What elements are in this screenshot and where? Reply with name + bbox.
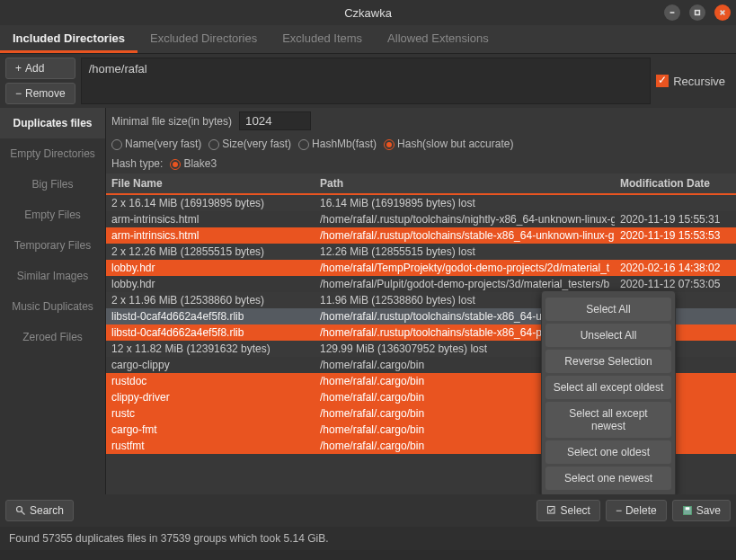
save-button[interactable]: Save xyxy=(672,500,731,521)
ctx-one-oldest[interactable]: Select one oldest xyxy=(545,440,671,464)
maximize-button[interactable] xyxy=(689,4,705,21)
ctx-except-newest[interactable]: Select all except newest xyxy=(545,402,671,438)
search-icon xyxy=(15,505,26,516)
ctx-unselect-all[interactable]: Unselect All xyxy=(545,324,671,347)
table-header: File Name Path Modification Date xyxy=(106,173,736,195)
save-label: Save xyxy=(696,504,721,517)
radio-name[interactable]: Name(very fast) xyxy=(111,138,201,150)
tab-excluded-directories[interactable]: Excluded Directories xyxy=(137,25,270,53)
min-size-row: Minimal file size(in bytes) xyxy=(106,108,736,134)
recursive-checkbox[interactable]: Recursive xyxy=(656,58,731,104)
tab-included-directories[interactable]: Included Directories xyxy=(0,25,137,53)
status-bar: Found 57355 duplicates files in 37539 gr… xyxy=(0,527,736,550)
hash-type-row: Hash type: Blake3 xyxy=(106,154,736,173)
content-area: Minimal file size(in bytes) Name(very fa… xyxy=(106,108,736,494)
sidebar-item-big-files[interactable]: Big Files xyxy=(0,169,105,200)
radio-hashmb[interactable]: HashMb(fast) xyxy=(298,138,377,150)
sidebar-item-similar-images[interactable]: Similar Images xyxy=(0,261,105,291)
svg-rect-8 xyxy=(685,507,689,510)
sidebar-item-temp-files[interactable]: Temporary Files xyxy=(0,230,105,261)
footer-toolbar: Search Select − Delete Save xyxy=(0,494,736,527)
directory-tabs: Included Directories Excluded Directorie… xyxy=(0,25,736,54)
select-label: Select xyxy=(561,504,590,517)
cell-file-name: rustfmt xyxy=(106,436,315,456)
sidebar-item-empty-dirs[interactable]: Empty Directories xyxy=(0,138,105,169)
svg-rect-1 xyxy=(696,11,700,15)
search-button[interactable]: Search xyxy=(5,500,74,521)
table-body[interactable]: 2 x 16.14 MiB (16919895 bytes)16.14 MiB … xyxy=(106,195,736,494)
radio-hash[interactable]: Hash(slow but accurate) xyxy=(384,138,513,150)
cell-date xyxy=(615,248,736,255)
col-path[interactable]: Path xyxy=(315,173,615,193)
delete-label: Delete xyxy=(625,504,657,517)
ctx-one-newest[interactable]: Select one newest xyxy=(545,467,671,490)
cell-date: 2020-11-19 15:53:53 xyxy=(615,226,736,245)
tab-excluded-items[interactable]: Excluded Items xyxy=(270,25,375,53)
radio-blake3[interactable]: Blake3 xyxy=(170,157,217,170)
sidebar: Duplicates files Empty Directories Big F… xyxy=(0,108,106,494)
sidebar-item-empty-files[interactable]: Empty Files xyxy=(0,200,105,230)
sidebar-item-duplicates[interactable]: Duplicates files xyxy=(0,108,105,138)
ctx-reverse-selection[interactable]: Reverse Selection xyxy=(545,350,671,373)
checkbox-icon xyxy=(656,75,669,87)
ctx-select-all[interactable]: Select All xyxy=(545,298,671,321)
svg-point-4 xyxy=(17,507,22,512)
add-label: Add xyxy=(25,62,44,75)
sidebar-item-zeroed-files[interactable]: Zeroed Files xyxy=(0,322,105,352)
select-button[interactable]: Select xyxy=(536,500,600,521)
close-button[interactable] xyxy=(714,4,731,21)
remove-directory-button[interactable]: −Remove xyxy=(5,83,75,104)
plus-icon: + xyxy=(15,62,22,75)
directory-path[interactable]: /home/rafal xyxy=(81,58,652,104)
delete-button[interactable]: − Delete xyxy=(606,500,667,521)
min-size-input[interactable] xyxy=(239,111,311,130)
min-size-label: Minimal file size(in bytes) xyxy=(111,115,232,128)
minus-icon: − xyxy=(15,87,22,100)
recursive-label: Recursive xyxy=(673,75,725,88)
minimize-button[interactable] xyxy=(664,4,680,21)
col-modification-date[interactable]: Modification Date xyxy=(615,173,736,193)
search-label: Search xyxy=(30,504,64,517)
col-file-name[interactable]: File Name xyxy=(106,173,315,193)
minus-icon: − xyxy=(616,504,622,517)
sidebar-item-music-duplicates[interactable]: Music Duplicates xyxy=(0,291,105,322)
tab-allowed-extensions[interactable]: Allowed Extensions xyxy=(375,25,501,53)
hash-type-label: Hash type: xyxy=(111,157,163,170)
add-directory-button[interactable]: +Add xyxy=(5,58,75,79)
directory-panel: +Add −Remove /home/rafal Recursive xyxy=(0,54,736,108)
window-title: Czkawka xyxy=(0,6,736,20)
save-icon xyxy=(682,505,693,516)
select-icon xyxy=(546,505,557,516)
radio-size[interactable]: Size(very fast) xyxy=(208,138,291,150)
titlebar: Czkawka xyxy=(0,0,736,25)
remove-label: Remove xyxy=(25,87,66,100)
cell-date xyxy=(615,200,736,207)
svg-line-5 xyxy=(22,511,25,515)
ctx-except-oldest[interactable]: Select all except oldest xyxy=(545,376,671,399)
context-menu: Select All Unselect All Reverse Selectio… xyxy=(541,290,676,494)
check-method-row: Name(very fast) Size(very fast) HashMb(f… xyxy=(106,134,736,154)
